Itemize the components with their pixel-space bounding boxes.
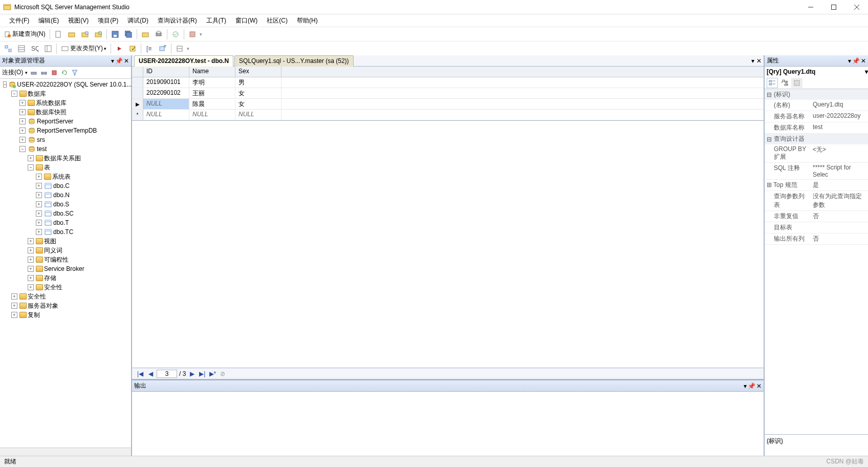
- dropdown-icon[interactable]: ▾: [744, 383, 747, 390]
- expand-icon[interactable]: +: [28, 275, 34, 281]
- tree-sb[interactable]: Service Broker: [44, 264, 84, 273]
- tree-table-c[interactable]: dbo.C: [53, 181, 70, 190]
- tab-close-icon[interactable]: ✕: [756, 57, 762, 65]
- cell[interactable]: 2022090102: [143, 88, 189, 98]
- expand-icon[interactable]: −: [19, 146, 26, 152]
- expand-icon[interactable]: +: [28, 238, 34, 244]
- tree-views[interactable]: 视图: [44, 237, 56, 246]
- tree-test[interactable]: test: [37, 144, 47, 154]
- tree-table-tc[interactable]: dbo.TC: [53, 227, 73, 237]
- data-grid[interactable]: ID Name Sex 2019090101李明男2022090102王丽女▶N…: [132, 67, 764, 121]
- propertypages-icon[interactable]: [791, 78, 802, 88]
- property-value[interactable]: test: [811, 122, 868, 133]
- nav-pos-input[interactable]: [157, 370, 177, 378]
- tb1-open-proj2[interactable]: [92, 29, 104, 39]
- categorized-icon[interactable]: [767, 78, 778, 88]
- connect-label[interactable]: 连接(O): [2, 68, 23, 77]
- dropdown-icon[interactable]: ▾: [111, 57, 114, 65]
- property-row[interactable]: ⊞ Top 规范是: [765, 180, 868, 191]
- cell[interactable]: NULL: [189, 110, 235, 120]
- menu-help[interactable]: 帮助(H): [293, 15, 322, 27]
- maximize-button[interactable]: [822, 0, 845, 14]
- tree-diagram[interactable]: 数据库关系图: [44, 154, 81, 163]
- menu-file[interactable]: 文件(F): [5, 15, 33, 27]
- cell[interactable]: 女: [235, 99, 281, 109]
- cell[interactable]: NULL: [235, 110, 281, 120]
- menu-view[interactable]: 视图(V): [64, 15, 93, 27]
- property-value[interactable]: ***** Script for Selec: [811, 163, 868, 179]
- tb2-diagram[interactable]: [2, 44, 14, 54]
- nav-cancel-icon[interactable]: ⊘: [219, 370, 227, 377]
- row-header[interactable]: *: [132, 110, 143, 120]
- tree-databases[interactable]: 数据库: [28, 89, 46, 98]
- cell[interactable]: 男: [235, 77, 281, 88]
- nav-first-icon[interactable]: |◀: [136, 370, 144, 377]
- expand-icon[interactable]: +: [28, 247, 34, 253]
- expand-icon[interactable]: +: [36, 201, 42, 207]
- tb1-open-file[interactable]: [66, 29, 78, 39]
- menu-querydesigner[interactable]: 查询设计器(R): [154, 15, 201, 27]
- expand-icon[interactable]: +: [36, 174, 42, 180]
- tree-table-n[interactable]: dbo.N: [53, 190, 70, 200]
- tb2-prop[interactable]: [173, 44, 186, 54]
- tree-snap[interactable]: 数据库快照: [36, 108, 67, 117]
- connect-dropdown-icon[interactable]: ▾: [25, 70, 28, 75]
- nav-next-icon[interactable]: ▶: [188, 370, 196, 377]
- pin-icon[interactable]: 📌: [852, 57, 860, 65]
- expand-icon[interactable]: +: [36, 192, 42, 198]
- expand-icon[interactable]: −: [11, 91, 17, 97]
- table-row[interactable]: 2019090101李明男: [132, 77, 764, 88]
- tb1-registered[interactable]: [186, 29, 199, 39]
- connect-icon[interactable]: [30, 69, 38, 77]
- new-query-button[interactable]: 新建查询(N): [2, 29, 48, 39]
- cell[interactable]: NULL: [143, 110, 189, 120]
- refresh-icon[interactable]: [60, 69, 69, 77]
- cell[interactable]: 王丽: [189, 88, 235, 98]
- tab-menu-icon[interactable]: ▾: [751, 57, 754, 65]
- expand-icon[interactable]: +: [19, 128, 26, 134]
- tb2-exec[interactable]: [113, 44, 125, 54]
- expand-icon[interactable]: +: [11, 303, 17, 309]
- tb2-sql[interactable]: SQL: [29, 44, 41, 54]
- row-header[interactable]: [132, 88, 143, 98]
- expand-icon[interactable]: +: [28, 284, 34, 290]
- expand-icon[interactable]: +: [36, 210, 42, 217]
- menu-window[interactable]: 窗口(W): [231, 15, 262, 27]
- tree-svrobj[interactable]: 服务器对象: [28, 301, 58, 310]
- tb2-results[interactable]: [42, 44, 54, 54]
- tb2-change-type[interactable]: 更改类型(Y) ▾: [59, 43, 108, 54]
- property-row[interactable]: 非重复值否: [765, 211, 868, 222]
- filter-icon[interactable]: [71, 69, 79, 77]
- tree-sec-db[interactable]: 安全性: [44, 283, 62, 292]
- property-row[interactable]: 数据库名称test: [765, 122, 868, 134]
- expand-icon[interactable]: −: [3, 81, 7, 88]
- tb1-save-all[interactable]: [122, 29, 135, 39]
- cell[interactable]: 2019090101: [143, 77, 189, 88]
- tree-srs[interactable]: srs: [37, 135, 45, 144]
- property-value[interactable]: 否: [811, 234, 868, 244]
- nav-new-icon[interactable]: ▶*: [208, 370, 216, 377]
- tree-storage[interactable]: 存储: [44, 273, 56, 283]
- row-header[interactable]: ▶: [132, 99, 143, 109]
- tab-active[interactable]: USER-20220228OY.test - dbo.N: [134, 55, 233, 67]
- tb2-addtable[interactable]: +: [157, 44, 169, 54]
- dropdown-icon[interactable]: ▾: [848, 57, 851, 65]
- tree-synonyms[interactable]: 同义词: [44, 246, 62, 255]
- tree-table-sc[interactable]: dbo.SC: [53, 209, 74, 218]
- tree-systables[interactable]: 系统表: [52, 172, 71, 181]
- nav-prev-icon[interactable]: ◀: [146, 370, 155, 377]
- tb1-activity[interactable]: [169, 29, 182, 39]
- tree-table-t[interactable]: dbo.T: [53, 218, 69, 227]
- stop-icon[interactable]: [50, 69, 58, 77]
- expand-icon[interactable]: +: [19, 118, 26, 124]
- alphabetical-icon[interactable]: AZ: [779, 78, 790, 88]
- tb2-grid[interactable]: [15, 44, 28, 54]
- property-row[interactable]: 输出所有列否: [765, 234, 868, 245]
- expand-icon[interactable]: +: [28, 257, 34, 263]
- tb1-folder[interactable]: [139, 29, 151, 39]
- expand-icon[interactable]: +: [28, 266, 34, 272]
- expand-icon[interactable]: +: [36, 229, 42, 235]
- pin-icon[interactable]: 📌: [115, 57, 123, 65]
- row-header[interactable]: [132, 77, 143, 88]
- pin-icon[interactable]: 📌: [748, 383, 755, 390]
